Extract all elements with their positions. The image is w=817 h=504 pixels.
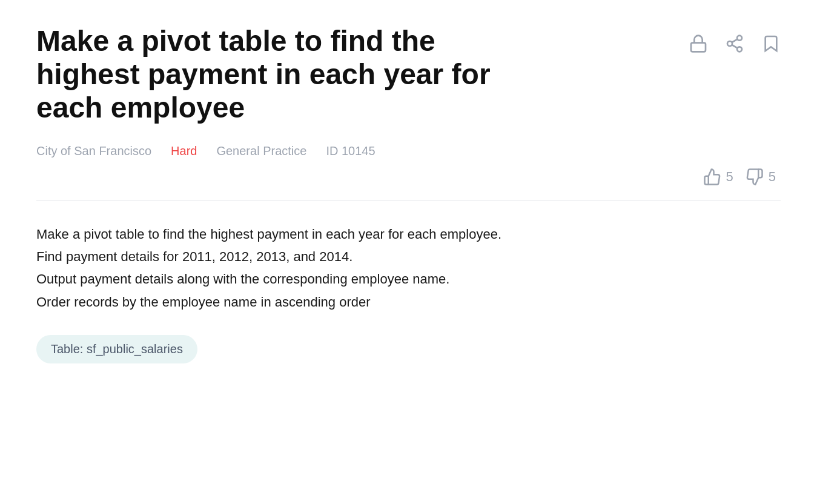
svg-point-3 <box>737 47 742 51</box>
downvote-group[interactable]: 5 <box>746 168 776 186</box>
svg-point-1 <box>737 36 742 41</box>
upvote-count: 5 <box>726 169 733 185</box>
share-icon[interactable] <box>725 34 744 56</box>
bookmark-icon[interactable] <box>761 34 781 56</box>
upvote-group[interactable]: 5 <box>703 168 733 186</box>
page-title: Make a pivot table to find the highest p… <box>36 24 533 125</box>
problem-description: Make a pivot table to find the highest p… <box>36 223 781 314</box>
lock-icon[interactable] <box>689 34 708 56</box>
svg-line-4 <box>732 45 737 48</box>
svg-point-2 <box>727 41 732 46</box>
category-label: General Practice <box>216 144 306 158</box>
source-label: City of San Francisco <box>36 144 151 158</box>
section-divider <box>36 201 781 201</box>
difficulty-badge: Hard <box>171 144 197 158</box>
svg-rect-0 <box>691 43 706 52</box>
downvote-count: 5 <box>769 169 776 185</box>
svg-line-5 <box>732 39 737 42</box>
thumbs-up-icon[interactable] <box>703 168 721 186</box>
table-badge: Table: sf_public_salaries <box>36 335 197 363</box>
thumbs-down-icon[interactable] <box>746 168 764 186</box>
id-label: ID 10145 <box>326 144 375 158</box>
